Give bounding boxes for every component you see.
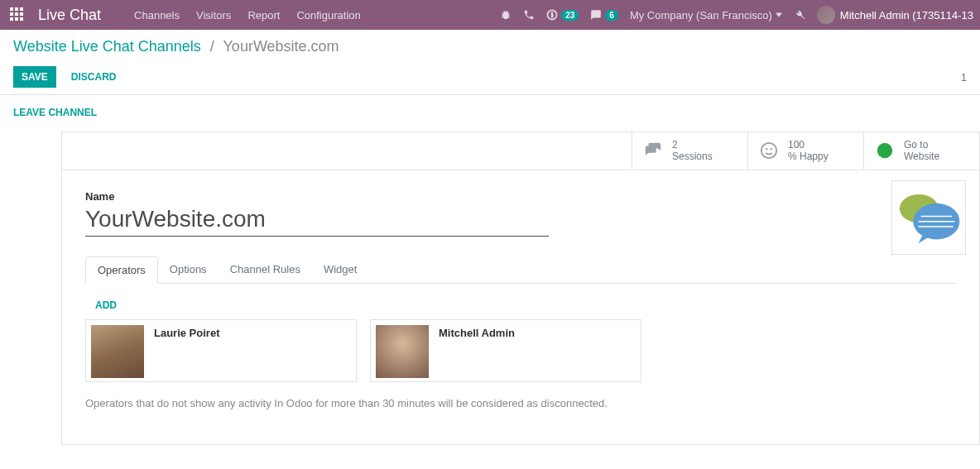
company-label: My Company (San Francisco) <box>630 9 772 22</box>
globe-icon <box>876 141 894 160</box>
phone-icon[interactable] <box>523 9 535 21</box>
chevron-down-icon <box>776 12 782 18</box>
tabs: Operators Options Channel Rules Widget <box>85 256 956 284</box>
tab-widget[interactable]: Widget <box>312 256 368 283</box>
avatar <box>376 325 429 378</box>
operators-list: Laurie Poiret Mitchell Admin <box>85 319 956 382</box>
stat-sessions-label: Sessions <box>672 151 713 162</box>
name-input[interactable] <box>85 206 549 237</box>
top-navbar: Live Chat Channels Visitors Report Confi… <box>0 0 980 30</box>
tab-options[interactable]: Options <box>158 256 219 283</box>
app-brand: Live Chat <box>38 7 101 24</box>
tab-channel-rules[interactable]: Channel Rules <box>219 256 312 283</box>
avatar <box>91 325 144 378</box>
operator-card[interactable]: Mitchell Admin <box>370 319 641 382</box>
svg-point-3 <box>771 148 772 150</box>
apps-icon[interactable] <box>10 7 25 22</box>
chat-badge: 6 <box>605 10 618 21</box>
svg-point-4 <box>877 143 892 158</box>
form-sheet: 2 Sessions 100 % Happy Go to Website <box>61 132 980 445</box>
stat-happy-count: 100 <box>788 139 829 151</box>
page-indicator: 1 <box>961 71 967 84</box>
avatar <box>817 6 835 24</box>
company-selector[interactable]: My Company (San Francisco) <box>630 9 782 22</box>
tab-content-operators: ADD Laurie Poiret Mitchell Admin Operato… <box>85 284 956 424</box>
stat-website-l2: Website <box>904 151 939 162</box>
activity-badge: 23 <box>561 10 579 21</box>
stat-sessions-count: 2 <box>672 139 713 151</box>
breadcrumb-bar: Website Live Chat Channels / YourWebsite… <box>0 30 980 60</box>
wrench-icon[interactable] <box>794 9 805 21</box>
name-label: Name <box>85 190 956 203</box>
add-operator-button[interactable]: ADD <box>95 299 117 311</box>
nav-report[interactable]: Report <box>247 9 280 22</box>
smile-icon <box>760 141 778 160</box>
nav-visitors[interactable]: Visitors <box>196 9 231 22</box>
svg-point-1 <box>761 143 776 158</box>
stat-sessions[interactable]: 2 Sessions <box>632 132 747 170</box>
user-name: Mitchell Admin (1735114-13 <box>840 9 973 22</box>
breadcrumb-current: YourWebsite.com <box>223 38 339 55</box>
operator-name: Mitchell Admin <box>439 325 515 339</box>
discard-button[interactable]: DISCARD <box>63 66 125 88</box>
stat-happy[interactable]: 100 % Happy <box>747 132 863 170</box>
nav-channels[interactable]: Channels <box>134 9 180 22</box>
nav-links: Channels Visitors Report Configuration <box>134 9 361 22</box>
stat-happy-label: % Happy <box>788 151 829 162</box>
stat-button-row: 2 Sessions 100 % Happy Go to Website <box>62 132 979 170</box>
secondary-action-bar: LEAVE CHANNEL <box>0 95 980 132</box>
action-bar: SAVE DISCARD 1 <box>0 60 980 95</box>
bug-icon[interactable] <box>500 9 512 21</box>
breadcrumb-root[interactable]: Website Live Chat Channels <box>13 38 201 55</box>
operator-name: Laurie Poiret <box>154 325 219 339</box>
channel-image[interactable] <box>891 180 966 255</box>
user-menu[interactable]: Mitchell Admin (1735114-13 <box>817 6 973 24</box>
breadcrumb-sep: / <box>210 38 214 55</box>
svg-point-2 <box>766 148 767 150</box>
stat-website-l1: Go to <box>904 139 939 151</box>
nav-configuration[interactable]: Configuration <box>296 9 360 22</box>
systray: 23 6 My Company (San Francisco) Mitchell… <box>500 6 973 24</box>
breadcrumb: Website Live Chat Channels / YourWebsite… <box>13 38 967 55</box>
leave-channel-button[interactable]: LEAVE CHANNEL <box>13 102 105 123</box>
operator-card[interactable]: Laurie Poiret <box>85 319 357 382</box>
save-button[interactable]: SAVE <box>13 66 56 88</box>
chat-bubbles-icon <box>644 141 662 160</box>
tab-operators[interactable]: Operators <box>85 256 158 284</box>
chat-icon[interactable]: 6 <box>590 9 618 21</box>
stat-website[interactable]: Go to Website <box>863 132 979 170</box>
activity-icon[interactable]: 23 <box>546 9 579 21</box>
operators-help-text: Operators that do not show any activity … <box>85 397 956 409</box>
